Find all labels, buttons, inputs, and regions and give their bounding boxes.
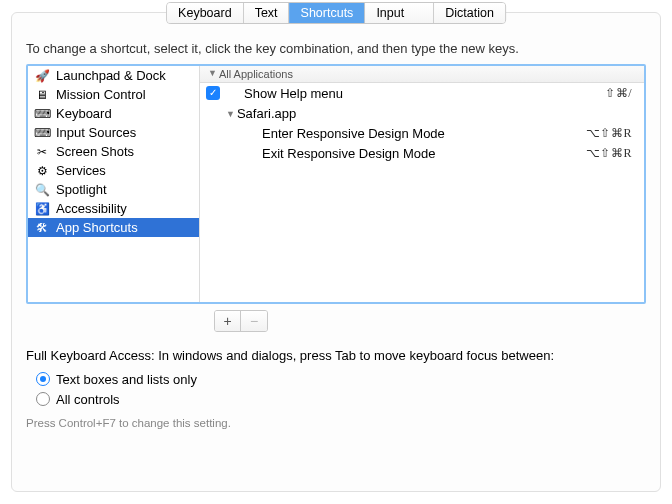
services-icon: ⚙ [34, 163, 50, 179]
tab-bar: Keyboard Text Shortcuts Input Sources Di… [166, 2, 506, 24]
category-label: Accessibility [56, 201, 127, 216]
input-sources-icon: ⌨ [34, 125, 50, 141]
shortcut-items: ✓ Show Help menu ⇧⌘/ ▼Safari.app Enter R… [200, 83, 644, 163]
accessibility-icon: ♿ [34, 201, 50, 217]
list-header: ▼ All Applications [200, 66, 644, 83]
full-keyboard-access-radios: Text boxes and lists only All controls [36, 369, 646, 409]
category-label: Input Sources [56, 125, 136, 140]
radio-text-boxes[interactable]: Text boxes and lists only [36, 369, 646, 389]
shortcut-label: Show Help menu [226, 86, 605, 101]
tab-text[interactable]: Text [244, 3, 290, 23]
keyboard-icon: ⌨ [34, 106, 50, 122]
full-keyboard-access-label: Full Keyboard Access: In windows and dia… [26, 348, 646, 363]
shortcut-row[interactable]: Exit Responsive Design Mode ⌥⇧⌘R [200, 143, 644, 163]
radio-icon[interactable] [36, 392, 50, 406]
category-app-shortcuts[interactable]: 🛠App Shortcuts [28, 218, 199, 237]
shortcut-row[interactable]: Enter Responsive Design Mode ⌥⇧⌘R [200, 123, 644, 143]
app-shortcuts-icon: 🛠 [34, 220, 50, 236]
shortcut-keys[interactable]: ⌥⇧⌘R [586, 146, 632, 161]
category-label: App Shortcuts [56, 220, 138, 235]
category-list[interactable]: 🚀Launchpad & Dock 🖥Mission Control ⌨Keyb… [28, 66, 200, 302]
disclosure-triangle-icon[interactable]: ▼ [208, 68, 217, 78]
category-label: Spotlight [56, 182, 107, 197]
disclosure-triangle-icon[interactable]: ▼ [226, 109, 235, 119]
add-remove-buttons: + − [214, 310, 268, 332]
shortcut-label: Enter Responsive Design Mode [226, 126, 586, 141]
tab-shortcuts[interactable]: Shortcuts [290, 3, 366, 23]
mission-control-icon: 🖥 [34, 87, 50, 103]
tab-input-sources[interactable]: Input Sources [365, 3, 434, 23]
launchpad-icon: 🚀 [34, 68, 50, 84]
category-label: Screen Shots [56, 144, 134, 159]
header-title: All Applications [219, 68, 293, 80]
instruction-text: To change a shortcut, select it, click t… [26, 41, 646, 56]
category-input-sources[interactable]: ⌨Input Sources [28, 123, 199, 142]
shortcut-lists: 🚀Launchpad & Dock 🖥Mission Control ⌨Keyb… [26, 64, 646, 304]
category-mission-control[interactable]: 🖥Mission Control [28, 85, 199, 104]
preferences-panel: Keyboard Text Shortcuts Input Sources Di… [11, 12, 661, 492]
group-label: Safari.app [237, 106, 296, 121]
shortcut-keys[interactable]: ⇧⌘/ [605, 86, 632, 101]
hint-text: Press Control+F7 to change this setting. [26, 417, 646, 429]
shortcut-keys[interactable]: ⌥⇧⌘R [586, 126, 632, 141]
radio-label: Text boxes and lists only [56, 372, 197, 387]
spotlight-icon: 🔍 [34, 182, 50, 198]
remove-button[interactable]: − [241, 311, 267, 331]
radio-label: All controls [56, 392, 120, 407]
category-launchpad[interactable]: 🚀Launchpad & Dock [28, 66, 199, 85]
shortcut-row[interactable]: ✓ Show Help menu ⇧⌘/ [200, 83, 644, 103]
category-spotlight[interactable]: 🔍Spotlight [28, 180, 199, 199]
category-services[interactable]: ⚙Services [28, 161, 199, 180]
checkbox-placeholder [206, 146, 220, 160]
add-button[interactable]: + [215, 311, 241, 331]
checkbox-placeholder [206, 106, 220, 120]
tab-dictation[interactable]: Dictation [434, 3, 505, 23]
screenshot-icon: ✂ [34, 144, 50, 160]
checkbox-placeholder [206, 126, 220, 140]
radio-all-controls[interactable]: All controls [36, 389, 646, 409]
category-label: Services [56, 163, 106, 178]
shortcut-label: Exit Responsive Design Mode [226, 146, 586, 161]
content-area: To change a shortcut, select it, click t… [12, 13, 660, 439]
tab-keyboard[interactable]: Keyboard [167, 3, 244, 23]
category-label: Launchpad & Dock [56, 68, 166, 83]
shortcut-group-row[interactable]: ▼Safari.app [200, 103, 644, 123]
category-label: Mission Control [56, 87, 146, 102]
category-label: Keyboard [56, 106, 112, 121]
category-keyboard[interactable]: ⌨Keyboard [28, 104, 199, 123]
checkbox-icon[interactable]: ✓ [206, 86, 220, 100]
radio-icon[interactable] [36, 372, 50, 386]
category-screen-shots[interactable]: ✂Screen Shots [28, 142, 199, 161]
shortcut-detail-list[interactable]: ▼ All Applications ✓ Show Help menu ⇧⌘/ … [200, 66, 644, 302]
category-accessibility[interactable]: ♿Accessibility [28, 199, 199, 218]
